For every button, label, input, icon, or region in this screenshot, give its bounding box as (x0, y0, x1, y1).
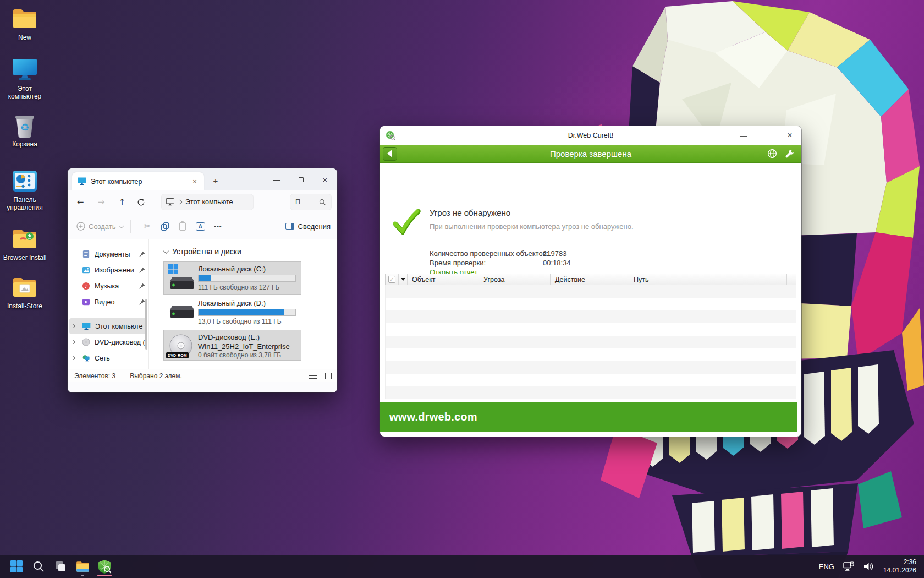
scanned-objects-label: Количество проверенных объектов: (430, 249, 548, 258)
desktop-icon-label: New (18, 34, 31, 41)
plus-circle-icon (76, 222, 85, 231)
desktop-icon-install-store[interactable]: Install-Store (1, 274, 48, 310)
network-icon[interactable] (843, 561, 855, 571)
status-item-count: Элементов: 3 (74, 372, 116, 380)
dvd-drive-item[interactable]: DVD-ROM DVD-дисковод (E:) Win11_25H2_IoT… (163, 330, 301, 361)
chevron-down-icon (163, 248, 169, 254)
drweb-footer-banner[interactable]: www.drweb.com (380, 402, 798, 432)
sidebar-item-label: DVD-дисковод ( (95, 339, 145, 346)
sidebar-item-this-pc[interactable]: Этот компьюте (69, 318, 147, 334)
details-pane-button[interactable]: Сведения (285, 222, 331, 231)
refresh-button[interactable] (137, 198, 149, 206)
monitor-icon (82, 323, 91, 330)
drive-usage-fill (199, 309, 284, 315)
chevron-down-icon (119, 223, 124, 228)
language-indicator[interactable]: ENG (819, 563, 834, 571)
folder-icon (76, 561, 90, 572)
task-view-button[interactable] (50, 555, 72, 577)
system-tray: ENG 2:36 14.01.2026 (819, 558, 916, 575)
disc-label: Win11_25H2_IoT_Enterprise (198, 342, 298, 351)
column-header-object[interactable]: Объект (408, 274, 479, 285)
start-button[interactable] (6, 555, 28, 577)
copy-button[interactable] (156, 217, 174, 235)
paste-button[interactable] (174, 217, 191, 235)
breadcrumb[interactable]: Этот компьюте (161, 194, 254, 210)
explorer-active-tab[interactable]: Этот компьютер × (72, 172, 204, 190)
status-selected-count: Выбрано 2 элем. (130, 372, 182, 380)
maximize-icon (299, 177, 304, 182)
up-button[interactable]: ↑ (116, 197, 128, 207)
address-bar: ← → ↑ Этот компьюте П (68, 190, 337, 214)
sidebar-item-videos[interactable]: Видео (68, 294, 148, 310)
create-new-button[interactable]: Создать (76, 222, 123, 231)
desktop-icon-label: Панель управления (1, 196, 48, 211)
column-header-path[interactable]: Путь (629, 274, 787, 285)
drweb-taskbar-button[interactable] (94, 555, 116, 577)
desktop-icon-new[interactable]: New (1, 6, 48, 41)
maximize-button[interactable] (755, 126, 778, 145)
sidebar-item-music[interactable]: ♪ Музыка (68, 278, 148, 294)
sidebar-item-label: Документы (95, 250, 135, 258)
search-button[interactable] (28, 555, 50, 577)
column-header-threat[interactable]: Угроза (479, 274, 551, 285)
music-icon: ♪ (82, 282, 90, 290)
scan-status-header: Проверка завершена (380, 145, 801, 163)
maximize-button[interactable] (289, 168, 313, 190)
tab-close-icon[interactable]: × (190, 177, 200, 187)
search-input[interactable]: П (295, 198, 319, 206)
drive-d-item[interactable]: Локальный диск (D:) 13,0 ГБ свободно из … (163, 296, 301, 329)
svg-text:♻: ♻ (20, 121, 29, 133)
drweb-title-bar[interactable]: Dr.Web CureIt! — × (380, 126, 801, 145)
file-explorer-button[interactable] (72, 555, 94, 577)
explorer-tab-bar[interactable]: Этот компьютер × + — × (68, 168, 337, 190)
sidebar-divider (73, 314, 143, 314)
refresh-icon (137, 198, 145, 206)
back-button[interactable] (383, 147, 397, 161)
details-view-icon[interactable] (309, 373, 317, 379)
folder-image-icon (12, 274, 38, 301)
rename-button[interactable]: A (191, 217, 209, 235)
running-indicator (81, 575, 84, 576)
filter-dropdown[interactable] (399, 274, 408, 285)
new-tab-button[interactable]: + (208, 174, 223, 188)
video-icon (82, 298, 90, 306)
drive-c-item[interactable]: Локальный диск (C:) 111 ГБ свободно из 1… (163, 261, 301, 295)
taskbar-clock[interactable]: 2:36 14.01.2026 (883, 558, 916, 575)
sidebar-item-pictures[interactable]: Изображени (68, 262, 148, 278)
minimize-button[interactable]: — (265, 168, 289, 190)
maximize-icon (764, 133, 769, 138)
sidebar-item-label: Изображени (95, 266, 135, 274)
wrench-icon[interactable] (785, 149, 795, 159)
column-header-action[interactable]: Действие (551, 274, 629, 285)
hard-drive-icon (168, 305, 195, 319)
scan-time-label: Время проверки: (430, 259, 486, 267)
back-button[interactable]: ← (74, 197, 86, 207)
minimize-button[interactable]: — (732, 126, 755, 145)
search-box[interactable]: П (290, 194, 332, 210)
forward-button[interactable]: → (95, 197, 107, 207)
sidebar-item-network[interactable]: Сеть (68, 350, 148, 366)
volume-icon[interactable] (864, 561, 875, 571)
clock-date: 14.01.2026 (883, 566, 916, 575)
sidebar-item-documents[interactable]: Документы (68, 246, 148, 262)
desktop-icon-recycle-bin[interactable]: ♻ Корзина (1, 112, 48, 148)
scan-results-table: ✓ Объект Угроза Действие Путь (385, 274, 796, 399)
globe-icon[interactable] (767, 149, 777, 159)
more-options-button[interactable]: ••• (209, 217, 227, 235)
sidebar-scrollbar[interactable] (145, 299, 147, 350)
active-indicator (97, 575, 112, 576)
section-devices-and-drives[interactable]: Устройства и диски (163, 247, 337, 256)
disc-icon (82, 338, 90, 346)
desktop-icon-browser-install[interactable]: Browser Install (1, 226, 48, 261)
clipboard-icon (179, 222, 186, 231)
sidebar-item-label: Музыка (95, 282, 135, 290)
sidebar-item-dvd-drive[interactable]: DVD-дисковод ( (68, 334, 148, 350)
desktop-icon-control-panel[interactable]: Панель управления (1, 168, 48, 211)
close-button[interactable]: × (313, 168, 337, 190)
monitor-icon (166, 198, 174, 206)
close-button[interactable]: × (778, 126, 801, 145)
desktop-icon-this-pc[interactable]: Этот компьютер (1, 57, 48, 100)
large-icons-view-icon[interactable] (325, 373, 332, 379)
cut-button[interactable]: ✂ (139, 217, 156, 235)
select-all-cell[interactable]: ✓ (386, 274, 399, 285)
